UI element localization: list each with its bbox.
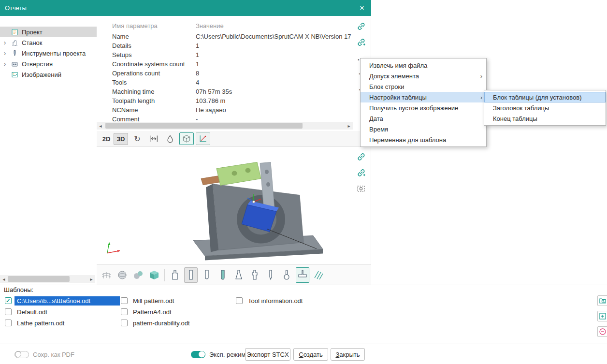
sidebar-item-machine[interactable]: › Станок <box>0 37 97 48</box>
link-arrow-icon[interactable] <box>355 167 367 178</box>
menu-item-label: Время <box>369 126 388 133</box>
submenu-item-table-end[interactable]: Конец таблицы <box>484 113 606 124</box>
param-row[interactable]: Coordinate systems count 1 <box>97 59 353 69</box>
view-3d-button[interactable]: 3D <box>114 133 128 145</box>
param-row[interactable]: Details 1 <box>97 41 353 50</box>
template-name[interactable]: PatternA4.odt <box>130 307 174 317</box>
titlebar[interactable]: Отчеты × <box>0 0 371 16</box>
fit-width-icon[interactable] <box>146 132 161 145</box>
spheres-icon[interactable] <box>131 267 145 283</box>
param-table-scrollbar[interactable]: ◂ ▸ <box>97 122 353 130</box>
param-row[interactable]: Toolpath length 103.786 m <box>97 96 353 105</box>
tool-bullnose-icon[interactable] <box>216 267 230 283</box>
link-arrow-icon[interactable] <box>355 36 367 48</box>
param-name: Toolpath length <box>97 97 196 104</box>
save-pdf-toggle[interactable] <box>14 351 29 358</box>
close-icon[interactable]: × <box>358 4 366 12</box>
remove-template-button[interactable] <box>597 326 607 337</box>
template-checkbox[interactable]: ✓ <box>5 297 12 304</box>
submenu-item-table-block[interactable]: Блок таблицы (для установов) <box>484 92 606 102</box>
link-icon[interactable] <box>355 151 367 162</box>
template-name[interactable]: Default.odt <box>14 307 50 317</box>
scrollbar-thumb[interactable] <box>105 123 303 129</box>
scroll-left-icon[interactable]: ◂ <box>97 123 104 129</box>
solid-cube-icon[interactable] <box>147 267 161 283</box>
tool-disc-icon[interactable] <box>296 267 309 283</box>
template-item[interactable]: Tool information.odt <box>236 295 305 306</box>
wireframe-mesh-icon[interactable] <box>100 267 113 283</box>
tool-drill-icon[interactable] <box>264 267 277 283</box>
viewport-3d[interactable] <box>97 147 353 264</box>
scrollbar-track[interactable] <box>8 275 87 283</box>
coolant-droplet-icon[interactable] <box>163 132 177 145</box>
scroll-right-icon[interactable]: ▸ <box>345 123 353 129</box>
rotate-view-icon[interactable]: ↻ <box>130 132 145 145</box>
create-button[interactable]: Создать <box>293 348 328 361</box>
sidebar-item-project[interactable]: › Проект <box>0 27 97 37</box>
param-row[interactable]: Setups 1 <box>97 50 353 59</box>
browse-template-button[interactable] <box>597 295 607 306</box>
template-name[interactable]: C:\Users\b...s\Шаблон.odt <box>14 296 120 306</box>
tree-scrollbar[interactable]: ◂ ▸ <box>0 275 95 283</box>
template-checkbox[interactable] <box>5 308 12 315</box>
template-checkbox[interactable] <box>5 320 12 326</box>
menu-item-template-variable[interactable]: Переменная для шаблона <box>361 134 486 145</box>
param-row[interactable]: Comment - <box>97 115 353 122</box>
template-item[interactable]: ✓ C:\Users\b...s\Шаблон.odt <box>5 295 120 306</box>
submenu-item-table-header[interactable]: Заголовок таблицы <box>484 102 606 113</box>
template-item[interactable]: Default.odt <box>5 306 120 317</box>
chevron-right-icon[interactable]: › <box>0 49 10 57</box>
toolpath-axis-icon[interactable] <box>196 132 210 145</box>
sidebar-item-holes[interactable]: › Отверстия <box>0 58 97 69</box>
template-item[interactable]: Lathe pattern.odt <box>5 318 120 328</box>
link-icon[interactable] <box>355 20 367 32</box>
export-mode-toggle[interactable] <box>191 351 205 358</box>
menu-item-empty-image[interactable]: Получить пустое изображение <box>361 102 486 113</box>
param-row[interactable]: Tools 4 <box>97 78 353 87</box>
menu-item-row-block[interactable]: Блок строки <box>361 81 486 92</box>
menu-item-element-tolerance[interactable]: Допуск элемента › <box>361 71 486 81</box>
tool-taper-icon[interactable] <box>232 267 246 283</box>
add-template-button[interactable] <box>597 311 607 321</box>
template-name[interactable]: Mill pattern.odt <box>130 296 176 306</box>
workpiece-outline-icon[interactable] <box>179 132 194 145</box>
menu-item-table-settings[interactable]: Настройки таблицы › <box>361 92 486 102</box>
tool-step-icon[interactable] <box>248 267 261 283</box>
scroll-right-icon[interactable]: ▸ <box>87 277 95 282</box>
hatch-icon[interactable] <box>312 267 325 283</box>
tool-lollipop-icon[interactable] <box>280 267 293 283</box>
template-checkbox[interactable] <box>121 297 128 304</box>
template-checkbox[interactable] <box>121 320 128 326</box>
view-2d-button[interactable]: 2D <box>99 133 114 145</box>
template-name[interactable]: Lathe pattern.odt <box>14 319 67 328</box>
param-row[interactable]: NCName Не задано <box>97 105 353 115</box>
tool-endmill-icon[interactable] <box>184 267 198 283</box>
param-row[interactable]: Machining time 07h 57m 35s <box>97 87 353 96</box>
template-item[interactable]: pattern-durability.odt <box>121 318 192 328</box>
chevron-right-icon[interactable]: › <box>0 39 10 46</box>
template-item[interactable]: PatternA4.odt <box>121 306 192 317</box>
shaded-sphere-icon[interactable] <box>116 267 129 283</box>
template-name[interactable]: Tool information.odt <box>246 296 305 306</box>
chevron-right-icon[interactable]: › <box>0 60 10 68</box>
template-checkbox[interactable] <box>121 308 128 315</box>
menu-item-time[interactable]: Время <box>361 124 486 134</box>
scroll-left-icon[interactable]: ◂ <box>0 277 8 282</box>
sidebar-item-project-tools[interactable]: › Инструменты проекта <box>0 48 97 58</box>
template-checkbox[interactable] <box>236 297 243 304</box>
snapshot-icon[interactable] <box>355 183 367 194</box>
sidebar-item-images[interactable]: › Изображений <box>0 69 97 80</box>
tool-flat-endmill-icon[interactable] <box>168 267 182 283</box>
template-name[interactable]: pattern-durability.odt <box>130 319 192 328</box>
scrollbar-track[interactable] <box>104 122 345 130</box>
param-row[interactable]: Name C:\Users\Public\Documents\SprutCAM … <box>97 32 353 41</box>
template-item[interactable]: Mill pattern.odt <box>121 295 192 306</box>
menu-item-extract-filename[interactable]: Извлечь имя файла <box>361 60 486 71</box>
close-button[interactable]: Закрыть <box>331 348 365 361</box>
tool-ball-endmill-icon[interactable] <box>200 267 214 283</box>
param-row[interactable]: Operations count 8 <box>97 69 353 78</box>
export-stcx-button[interactable]: Экспорт STCX <box>245 348 290 361</box>
menu-item-date[interactable]: Дата <box>361 113 486 124</box>
scrollbar-thumb[interactable] <box>8 276 70 282</box>
toggle-knob <box>199 351 205 358</box>
